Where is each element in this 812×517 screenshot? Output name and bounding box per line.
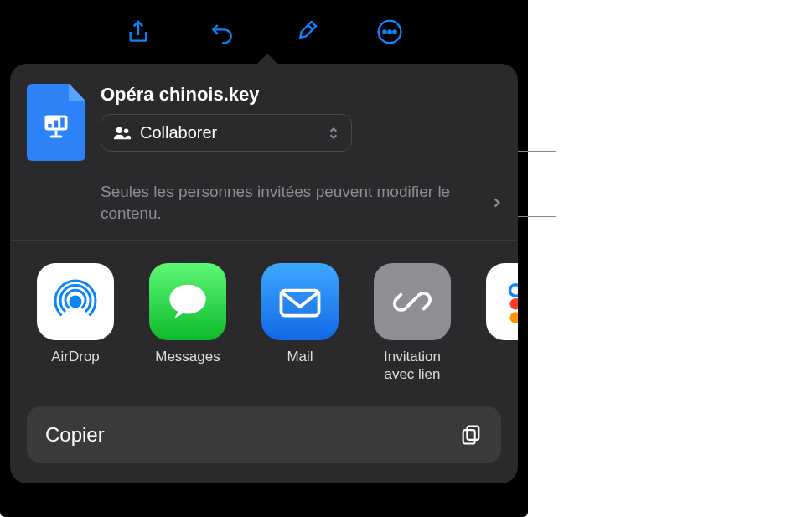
messages-icon bbox=[149, 263, 226, 340]
svg-point-12 bbox=[70, 297, 80, 307]
copy-icon bbox=[459, 423, 483, 447]
toolbar bbox=[0, 0, 528, 59]
apps-row: AirDrop Messages Mail bbox=[10, 241, 518, 400]
airdrop-icon bbox=[37, 263, 114, 340]
svg-rect-14 bbox=[282, 291, 319, 316]
sheet-header: Opéra chinois.key Collaborer bbox=[10, 64, 518, 174]
action-row: Copier bbox=[10, 400, 518, 483]
chevron-right-icon bbox=[493, 197, 501, 209]
popover-arrow bbox=[256, 54, 279, 65]
svg-point-15 bbox=[509, 285, 518, 297]
svg-rect-8 bbox=[54, 120, 59, 127]
more-circle-icon bbox=[376, 18, 403, 45]
copy-button[interactable]: Copier bbox=[27, 406, 501, 463]
permission-row[interactable]: Seules les personnes invitées peuvent mo… bbox=[10, 174, 518, 240]
app-label: Messages bbox=[155, 349, 220, 365]
app-label: Invitation avec lien bbox=[367, 349, 458, 383]
svg-point-13 bbox=[169, 285, 206, 314]
svg-rect-5 bbox=[55, 130, 58, 135]
format-brush-icon bbox=[292, 18, 319, 45]
app-airdrop[interactable]: AirDrop bbox=[30, 263, 121, 383]
share-icon bbox=[125, 18, 152, 45]
keynote-icon bbox=[41, 111, 71, 142]
svg-rect-7 bbox=[48, 124, 52, 128]
collaborate-dropdown[interactable]: Collaborer bbox=[101, 114, 352, 152]
app-reminders[interactable]: R bbox=[479, 263, 518, 383]
app-messages[interactable]: Messages bbox=[142, 263, 233, 383]
device-frame: Opéra chinois.key Collaborer Seules les bbox=[0, 0, 528, 517]
svg-rect-18 bbox=[467, 427, 478, 440]
reminders-icon bbox=[486, 263, 518, 340]
svg-point-2 bbox=[388, 30, 390, 33]
people-icon bbox=[113, 124, 132, 142]
collaborate-label: Collaborer bbox=[140, 123, 217, 142]
app-label: Mail bbox=[287, 349, 313, 365]
svg-point-10 bbox=[116, 127, 122, 132]
svg-rect-19 bbox=[463, 430, 475, 443]
mail-icon bbox=[261, 263, 339, 340]
app-label: AirDrop bbox=[51, 349, 100, 365]
header-right: Opéra chinois.key Collaborer bbox=[101, 84, 501, 161]
undo-button[interactable] bbox=[205, 15, 239, 49]
app-invite-link[interactable]: Invitation avec lien bbox=[367, 263, 458, 383]
svg-rect-9 bbox=[60, 117, 65, 127]
svg-rect-6 bbox=[50, 135, 63, 137]
share-sheet: Opéra chinois.key Collaborer Seules les bbox=[10, 64, 518, 483]
svg-point-11 bbox=[124, 128, 129, 133]
copy-label: Copier bbox=[45, 423, 105, 447]
undo-icon bbox=[209, 18, 235, 45]
svg-point-17 bbox=[509, 312, 518, 323]
permission-text: Seules les personnes invitées peuvent mo… bbox=[101, 181, 488, 224]
document-icon bbox=[27, 84, 85, 161]
format-button[interactable] bbox=[289, 15, 323, 49]
svg-point-16 bbox=[509, 298, 518, 310]
chevron-up-down-icon bbox=[328, 126, 339, 141]
share-button[interactable] bbox=[122, 15, 155, 49]
svg-point-3 bbox=[393, 30, 396, 33]
app-mail[interactable]: Mail bbox=[255, 263, 345, 383]
file-title: Opéra chinois.key bbox=[101, 84, 501, 106]
more-button[interactable] bbox=[373, 15, 406, 49]
svg-point-1 bbox=[383, 30, 385, 33]
link-icon bbox=[374, 263, 451, 340]
